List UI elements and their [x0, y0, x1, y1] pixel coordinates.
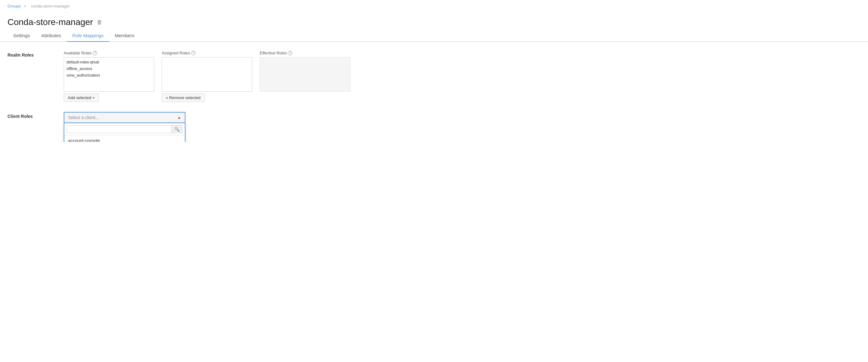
- tab-attributes[interactable]: Attributes: [36, 30, 66, 42]
- tab-members[interactable]: Members: [109, 30, 140, 42]
- client-roles-section: Client Roles Select a client... ▲ 🔍 acco…: [7, 112, 861, 123]
- client-select-container: Select a client... ▲ 🔍 account-console a…: [64, 112, 185, 123]
- effective-roles-group: Effective Roles ?: [260, 51, 350, 91]
- available-roles-help-icon[interactable]: ?: [93, 51, 97, 55]
- client-dropdown: 🔍 account-console admin-cli broker conda…: [64, 123, 185, 142]
- delete-icon[interactable]: 🗑: [97, 19, 102, 26]
- effective-roles-help-icon[interactable]: ?: [288, 51, 292, 55]
- client-search-input[interactable]: [67, 126, 172, 133]
- client-select-placeholder: Select a client...: [68, 115, 99, 120]
- realm-roles-section: Realm Roles Available Roles ? default-ro…: [7, 51, 861, 102]
- effective-roles-listbox: [260, 57, 350, 91]
- client-list: account-console admin-cli broker conda_s…: [64, 135, 185, 142]
- client-search-button[interactable]: 🔍: [172, 125, 182, 133]
- roles-layout: Available Roles ? default-roles-qhub off…: [64, 51, 350, 102]
- available-roles-label: Available Roles: [64, 51, 91, 55]
- client-roles-label: Client Roles: [7, 112, 64, 119]
- assigned-roles-help-icon[interactable]: ?: [191, 51, 195, 55]
- effective-roles-header: Effective Roles ?: [260, 51, 350, 55]
- list-item[interactable]: uma_authorization: [64, 72, 154, 79]
- tab-settings[interactable]: Settings: [7, 30, 36, 42]
- available-roles-header: Available Roles ?: [64, 51, 154, 55]
- assigned-roles-label: Assigned Roles: [162, 51, 190, 55]
- list-item[interactable]: account-console: [64, 135, 185, 142]
- list-item[interactable]: default-roles-qhub: [64, 59, 154, 65]
- realm-roles-label: Realm Roles: [7, 51, 64, 57]
- add-selected-button[interactable]: Add selected >: [64, 93, 99, 102]
- available-roles-group: Available Roles ? default-roles-qhub off…: [64, 51, 154, 102]
- tab-role-mappings[interactable]: Role Mappings: [67, 30, 109, 42]
- main-content: Realm Roles Available Roles ? default-ro…: [0, 42, 868, 142]
- effective-roles-label: Effective Roles: [260, 51, 287, 55]
- tab-bar: Settings Attributes Role Mappings Member…: [0, 30, 868, 42]
- remove-selected-button[interactable]: « Remove selected: [162, 93, 205, 102]
- client-search-box: 🔍: [64, 123, 185, 135]
- assigned-roles-header: Assigned Roles ?: [162, 51, 252, 55]
- list-item[interactable]: offline_access: [64, 65, 154, 72]
- available-roles-listbox[interactable]: default-roles-qhub offline_access uma_au…: [64, 57, 154, 91]
- chevron-up-icon: ▲: [177, 115, 181, 120]
- breadcrumb-current: conda-store-manager: [31, 4, 70, 8]
- page-title: Conda-store-manager: [7, 17, 93, 27]
- page-header: Conda-store-manager 🗑: [0, 12, 868, 30]
- assigned-roles-group: Assigned Roles ? « Remove selected: [162, 51, 252, 102]
- breadcrumb-separator: >: [24, 4, 26, 8]
- assigned-roles-listbox[interactable]: [162, 57, 252, 91]
- client-select-header[interactable]: Select a client... ▲: [64, 112, 185, 123]
- breadcrumb: Groups > conda-store-manager: [0, 0, 868, 12]
- breadcrumb-groups-link[interactable]: Groups: [7, 4, 21, 8]
